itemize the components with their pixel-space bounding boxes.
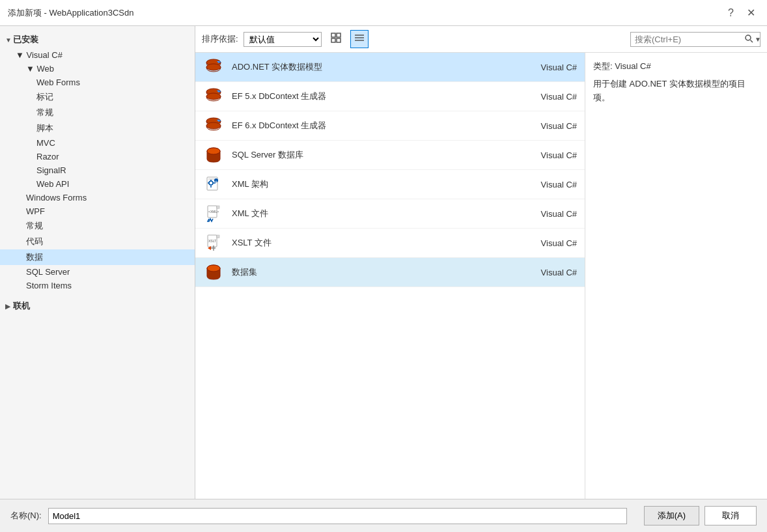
- tree-item-web-api[interactable]: Web API: [0, 177, 195, 191]
- svg-rect-28: [217, 206, 219, 208]
- list-icon: [354, 33, 365, 43]
- item-name: EF 6.x DbContext 生成器: [232, 120, 512, 132]
- add-button[interactable]: 添加(A): [644, 506, 699, 525]
- item-list: ADO.NET 实体数据模型 Visual C#: [195, 53, 585, 499]
- svg-rect-3: [337, 38, 341, 42]
- visual-csharp-triangle: ▼: [16, 50, 26, 60]
- search-box: ▼: [630, 32, 760, 47]
- item-icon-dataset: [203, 262, 224, 283]
- tree-item-wpf[interactable]: WPF: [0, 204, 195, 218]
- item-category: Visual C#: [512, 209, 577, 219]
- title-bar-buttons: ? ✕: [724, 5, 759, 20]
- installed-header[interactable]: ▼ 已安装: [0, 31, 195, 48]
- svg-point-7: [746, 35, 751, 40]
- item-name: XML 文件: [232, 208, 512, 219]
- item-category: Visual C#: [512, 63, 577, 72]
- online-label: 联机: [13, 300, 30, 312]
- desc-type: 类型: Visual C#: [593, 61, 759, 72]
- svg-point-10: [206, 64, 221, 70]
- item-icon-xml-schema: +: [203, 174, 224, 195]
- tree-item-signalr[interactable]: SignalR: [0, 163, 195, 177]
- svg-text:XSLT: XSLT: [208, 239, 216, 243]
- tree-item-storm-items[interactable]: Storm Items: [0, 279, 195, 292]
- svg-point-38: [207, 265, 220, 272]
- svg-rect-1: [337, 33, 341, 37]
- svg-point-14: [206, 122, 221, 129]
- tree-item-shuju[interactable]: 数据: [0, 249, 195, 265]
- search-dropdown-button[interactable]: ▼: [753, 36, 762, 43]
- item-category: Visual C#: [512, 121, 577, 131]
- item-name: EF 5.x DbContext 生成器: [232, 91, 512, 102]
- tree-item-daima[interactable]: 代码: [0, 234, 195, 249]
- item-icon-xslt: XSLT: [203, 232, 224, 253]
- tree-item-jiaoben[interactable]: 脚本: [0, 120, 195, 136]
- item-category: Visual C#: [512, 150, 577, 160]
- item-icon-xml-file: <XML>: [203, 203, 224, 224]
- item-name: ADO.NET 实体数据模型: [232, 61, 512, 73]
- title-bar: 添加新项 - WebApplication3CSdn ? ✕: [0, 0, 767, 26]
- list-item[interactable]: <XML> XML 文件 Visual C#: [195, 199, 585, 229]
- action-buttons: 添加(A) 取消: [644, 506, 757, 525]
- item-name: XSLT 文件: [232, 237, 512, 249]
- installed-triangle: ▼: [5, 36, 13, 44]
- online-triangle: ▶: [5, 303, 13, 310]
- svg-rect-32: [217, 235, 219, 238]
- online-header[interactable]: ▶ 联机: [0, 298, 195, 315]
- tree-item-razor[interactable]: Razor: [0, 150, 195, 163]
- item-name: SQL Server 数据库: [232, 149, 512, 161]
- list-item[interactable]: XSLT XSLT 文件 Visual C#: [195, 229, 585, 258]
- list-item[interactable]: 数据集 Visual C#: [195, 258, 585, 287]
- list-item[interactable]: ADO.NET 实体数据模型 Visual C#: [195, 53, 585, 82]
- item-category: Visual C#: [512, 180, 577, 189]
- sort-select[interactable]: 默认值: [244, 32, 322, 47]
- grid-icon: [331, 33, 341, 43]
- list-item[interactable]: SQL Server 数据库 Visual C#: [195, 141, 585, 170]
- list-item[interactable]: + XML 架构 Visual C#: [195, 170, 585, 199]
- toolbar: 排序依据: 默认值: [195, 26, 767, 53]
- item-category: Visual C#: [512, 92, 577, 102]
- grid-view-button[interactable]: [327, 30, 345, 48]
- svg-rect-0: [331, 33, 335, 37]
- cancel-button[interactable]: 取消: [704, 506, 757, 525]
- svg-rect-2: [331, 38, 335, 42]
- tree-item-mvc[interactable]: MVC: [0, 136, 195, 150]
- tree-item-changgui2[interactable]: 常规: [0, 218, 195, 234]
- description-panel: 类型: Visual C# 用于创建 ADO.NET 实体数据模型的项目项。: [585, 53, 767, 499]
- tree-item-web-forms[interactable]: Web Forms: [0, 76, 195, 89]
- item-icon-ef5: [203, 86, 224, 107]
- svg-text:<XML>: <XML>: [208, 210, 219, 214]
- installed-label: 已安装: [13, 34, 38, 46]
- bottom-bar: 名称(N): 添加(A) 取消: [0, 499, 767, 532]
- close-button[interactable]: ✕: [743, 5, 759, 20]
- list-item[interactable]: EF 5.x DbContext 生成器 Visual C#: [195, 82, 585, 111]
- desc-text: 用于创建 ADO.NET 实体数据模型的项目项。: [593, 77, 759, 105]
- item-category: Visual C#: [512, 238, 577, 248]
- tree-item-visual-csharp[interactable]: ▼ Visual C#: [0, 48, 195, 62]
- dialog-body: ▼ 已安装 ▼ Visual C# ▼ Web Web Forms 标记 常规 …: [0, 26, 767, 499]
- tree-item-web[interactable]: ▼ Web: [0, 62, 195, 76]
- item-name: XML 架构: [232, 178, 512, 190]
- item-name: 数据集: [232, 266, 512, 278]
- content-area: ADO.NET 实体数据模型 Visual C#: [195, 53, 767, 499]
- svg-text:+: +: [216, 179, 217, 183]
- right-section: 排序依据: 默认值: [195, 26, 767, 499]
- search-icon: [744, 34, 753, 43]
- name-label: 名称(N):: [10, 510, 42, 522]
- search-input[interactable]: [635, 35, 744, 44]
- help-button[interactable]: ?: [724, 5, 738, 20]
- tree-item-biaoji[interactable]: 标记: [0, 89, 195, 105]
- sort-label: 排序依据:: [202, 33, 238, 45]
- dialog-title: 添加新项 - WebApplication3CSdn: [8, 7, 133, 19]
- svg-point-16: [207, 148, 220, 154]
- tree-item-windows-forms[interactable]: Windows Forms: [0, 191, 195, 204]
- list-view-button[interactable]: [350, 30, 369, 48]
- item-category: Visual C#: [512, 268, 577, 277]
- web-triangle: ▼: [26, 64, 36, 74]
- svg-line-8: [751, 40, 753, 42]
- search-button[interactable]: [744, 34, 753, 45]
- name-input[interactable]: [48, 508, 627, 524]
- list-item[interactable]: EF 6.x DbContext 生成器 Visual C#: [195, 111, 585, 141]
- svg-point-12: [206, 93, 221, 100]
- tree-item-changgui[interactable]: 常规: [0, 105, 195, 120]
- tree-item-sql-server[interactable]: SQL Server: [0, 265, 195, 279]
